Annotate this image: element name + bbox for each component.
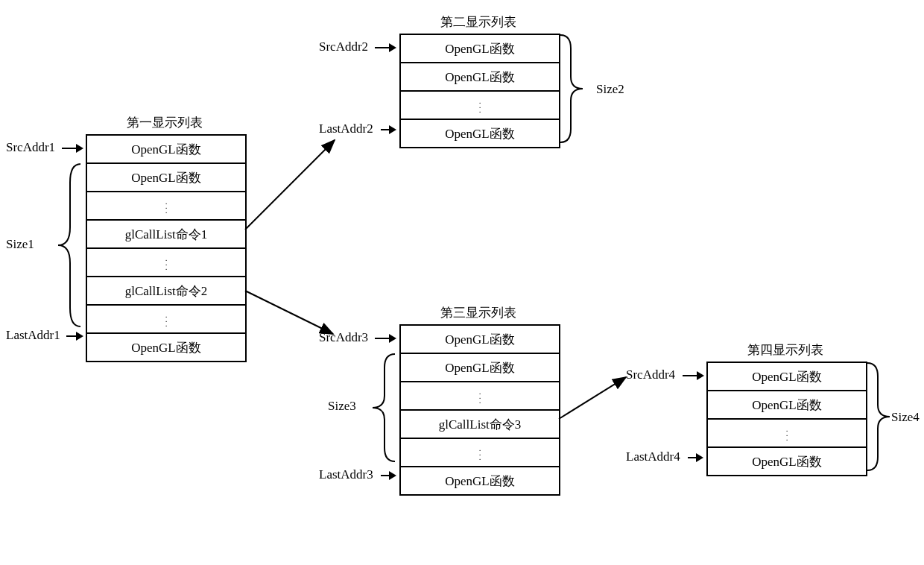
list2-title: 第二显示列表 xyxy=(399,13,557,31)
list4-row: OpenGL函数 xyxy=(708,363,866,391)
svg-line-2 xyxy=(559,377,626,419)
list1-dots: ... xyxy=(87,192,245,221)
list2-row: OpenGL函数 xyxy=(401,35,559,63)
list2-dots: ... xyxy=(401,92,559,120)
svg-line-1 xyxy=(245,291,333,334)
arrow-icon xyxy=(381,129,396,130)
list1-size-label: Size1 xyxy=(6,237,34,252)
arrow-list3-to-list4 xyxy=(559,373,633,425)
list1-title: 第一显示列表 xyxy=(86,114,244,131)
list4-last-label: LastAddr4 xyxy=(626,449,680,464)
list1-row: glCallList命令2 xyxy=(87,277,245,306)
arrow-icon xyxy=(688,457,703,458)
list1-dots: ... xyxy=(87,306,245,334)
list3-row: glCallList命令3 xyxy=(401,411,559,439)
list1-row: OpenGL函数 xyxy=(87,334,245,361)
list4-row: OpenGL函数 xyxy=(708,391,866,420)
arrow-icon xyxy=(375,338,396,339)
list2-src-label: SrcAddr2 xyxy=(319,40,368,54)
list3-dots: ... xyxy=(401,439,559,467)
list3-row: OpenGL函数 xyxy=(401,326,559,354)
list3-dots: ... xyxy=(401,382,559,411)
list1-src-label: SrcAddr1 xyxy=(6,140,55,155)
list3-title: 第三显示列表 xyxy=(399,304,557,321)
list3-row: OpenGL函数 xyxy=(401,354,559,382)
list3-table: OpenGL函数 OpenGL函数 ... glCallList命令3 ... … xyxy=(399,324,560,496)
list3-size-label: Size3 xyxy=(328,399,356,414)
arrow-icon xyxy=(683,375,703,376)
list2-size-brace xyxy=(560,35,595,142)
arrow-icon xyxy=(381,475,396,476)
list3-row: OpenGL函数 xyxy=(401,467,559,494)
list4-row: OpenGL函数 xyxy=(708,448,866,475)
arrow-list1-to-list3 xyxy=(245,291,342,343)
list3-last-label: LastAddr3 xyxy=(319,467,373,482)
list2-size-label: Size2 xyxy=(596,82,624,97)
svg-line-0 xyxy=(245,140,335,230)
arrow-icon xyxy=(66,335,83,337)
list4-size-brace xyxy=(867,363,902,470)
list4-table: OpenGL函数 OpenGL函数 ... OpenGL函数 xyxy=(706,362,867,476)
list2-row: OpenGL函数 xyxy=(401,63,559,92)
list2-row: OpenGL函数 xyxy=(401,120,559,147)
arrow-icon xyxy=(62,148,83,149)
list3-size-brace xyxy=(362,354,396,461)
list1-table: OpenGL函数 OpenGL函数 ... glCallList命令1 ... … xyxy=(86,134,247,362)
list2-table: OpenGL函数 OpenGL函数 ... OpenGL函数 xyxy=(399,34,560,148)
list1-row: OpenGL函数 xyxy=(87,164,245,192)
list1-row: glCallList命令1 xyxy=(87,221,245,249)
list1-row: OpenGL函数 xyxy=(87,136,245,164)
list1-size-brace xyxy=(40,164,82,326)
list4-dots: ... xyxy=(708,420,866,448)
list1-last-label: LastAddr1 xyxy=(6,328,60,343)
arrow-list1-to-list2 xyxy=(245,134,342,231)
list4-title: 第四显示列表 xyxy=(706,341,864,359)
arrow-icon xyxy=(375,47,396,48)
list1-dots: ... xyxy=(87,249,245,277)
